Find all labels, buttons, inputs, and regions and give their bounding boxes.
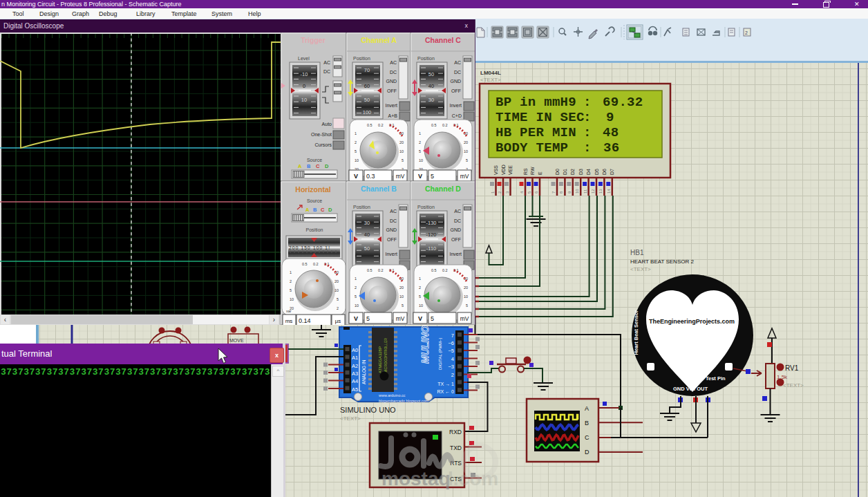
svg-text:5: 5 (431, 315, 434, 322)
svg-text:AC: AC (390, 209, 397, 214)
svg-text:Source: Source (307, 198, 322, 203)
svg-text:Invert: Invert (449, 252, 462, 256)
svg-text:ms: ms (285, 318, 293, 324)
svg-text:C: C (316, 163, 320, 169)
svg-text:10: 10 (355, 303, 359, 308)
svg-text:20: 20 (464, 140, 468, 144)
svg-text:10: 10 (419, 158, 423, 162)
svg-text:2: 2 (337, 306, 339, 310)
svg-text:AC: AC (323, 60, 330, 65)
svg-text:DC: DC (323, 69, 330, 74)
svg-text:10: 10 (464, 294, 468, 299)
svg-text:Position: Position (353, 205, 370, 209)
svg-text:100: 100 (363, 109, 372, 115)
svg-text:Invert: Invert (385, 252, 397, 256)
svg-text:20: 20 (464, 285, 468, 290)
svg-text:-10: -10 (301, 71, 308, 77)
svg-text:5: 5 (355, 294, 357, 299)
svg-text:10: 10 (301, 97, 307, 103)
svg-text:-130: -130 (426, 220, 436, 226)
svg-text:0.3: 0.3 (366, 173, 375, 180)
svg-text:40: 40 (428, 83, 434, 89)
svg-text:20: 20 (399, 285, 404, 290)
svg-text:A: A (305, 207, 310, 213)
svg-text:Auto: Auto (322, 122, 332, 126)
svg-text:50: 50 (364, 97, 370, 103)
svg-text:2: 2 (355, 285, 357, 290)
svg-text:D: D (325, 163, 329, 169)
svg-text:0.2: 0.2 (378, 268, 384, 272)
svg-text:0.14: 0.14 (299, 317, 311, 324)
svg-text:OFF: OFF (387, 237, 397, 242)
svg-text:10: 10 (355, 158, 359, 162)
svg-text:-110: -110 (426, 245, 436, 252)
svg-text:Position: Position (306, 227, 323, 232)
svg-text:10: 10 (464, 149, 468, 153)
svg-text:10: 10 (290, 297, 294, 301)
svg-text:1: 1 (355, 276, 357, 281)
svg-text:mV: mV (396, 315, 405, 322)
svg-text:5: 5 (466, 158, 468, 162)
svg-text:0.2: 0.2 (442, 268, 448, 272)
svg-text:GND: GND (386, 227, 397, 232)
svg-text:C: C (321, 207, 325, 213)
svg-text:C+D: C+D (452, 113, 462, 118)
svg-text:2: 2 (290, 279, 292, 283)
svg-text:5: 5 (366, 315, 370, 322)
svg-text:40: 40 (364, 232, 370, 238)
svg-text:One-Shot: One-Shot (311, 132, 332, 137)
svg-text:Source: Source (307, 158, 322, 162)
svg-text:DC: DC (390, 218, 397, 223)
svg-text:10: 10 (399, 294, 404, 299)
svg-text:5: 5 (290, 288, 292, 292)
svg-text:Channel C: Channel C (425, 36, 461, 44)
svg-text:0: 0 (303, 83, 305, 89)
svg-text:B: B (307, 163, 311, 169)
svg-text:1: 1 (419, 131, 421, 135)
svg-text:30: 30 (364, 220, 370, 226)
svg-text:DC: DC (390, 70, 397, 75)
svg-text:10: 10 (419, 303, 423, 308)
svg-text:GND: GND (450, 227, 461, 232)
svg-text:OFF: OFF (387, 88, 397, 93)
svg-text:0.5: 0.5 (431, 268, 437, 272)
svg-text:1: 1 (290, 270, 292, 274)
svg-text:GND: GND (386, 79, 397, 84)
svg-text:mV: mV (460, 315, 469, 322)
svg-text:AC: AC (454, 209, 461, 214)
svg-text:A+B: A+B (388, 113, 398, 118)
svg-text:xar: xar (286, 309, 292, 313)
svg-text:V: V (418, 315, 422, 322)
svg-text:Position: Position (417, 205, 435, 209)
svg-text:AC: AC (454, 60, 461, 65)
svg-text:Position: Position (417, 56, 435, 61)
svg-text:5: 5 (466, 303, 468, 308)
svg-text:50: 50 (364, 245, 370, 252)
svg-text:5: 5 (337, 297, 339, 301)
svg-text:Invert: Invert (449, 103, 462, 108)
svg-text:Horizontal: Horizontal (295, 185, 330, 194)
svg-text:2: 2 (745, 30, 748, 35)
svg-text:D: D (328, 207, 332, 213)
svg-text:Position: Position (353, 56, 370, 61)
svg-text:200 150 100 1!: 200 150 100 1! (289, 245, 330, 250)
svg-text:2: 2 (419, 140, 421, 144)
svg-text:AC: AC (390, 60, 397, 65)
svg-text:Channel B: Channel B (361, 185, 397, 193)
svg-text:5: 5 (402, 303, 404, 308)
svg-text:Cursors: Cursors (314, 142, 332, 147)
svg-text:60: 60 (364, 83, 370, 89)
svg-text:DC: DC (454, 218, 461, 223)
svg-text:Channel D: Channel D (425, 185, 461, 193)
svg-text:5: 5 (419, 149, 421, 153)
svg-text:V: V (354, 315, 358, 322)
svg-text:0.5: 0.5 (367, 123, 372, 127)
svg-text:µs: µs (335, 318, 341, 324)
svg-text:GND: GND (450, 79, 461, 84)
svg-text:1: 1 (355, 131, 357, 135)
svg-text:A: A (298, 163, 302, 169)
svg-text:Invert: Invert (385, 103, 397, 108)
svg-text:5: 5 (355, 149, 357, 153)
svg-text:0.2: 0.2 (313, 262, 319, 266)
svg-text:0.5: 0.5 (302, 262, 308, 266)
